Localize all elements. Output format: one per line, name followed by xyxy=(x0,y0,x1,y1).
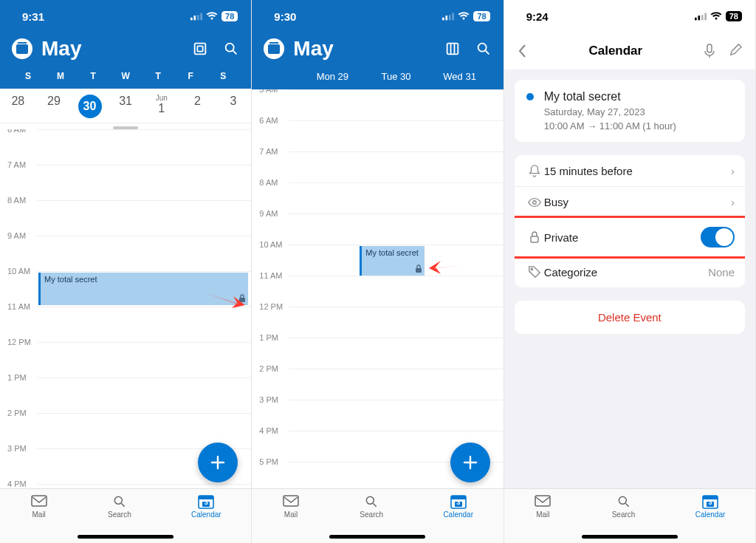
event-title: My total secret xyxy=(365,248,419,257)
hour-label: 5 PM xyxy=(252,457,289,488)
private-row[interactable]: Private xyxy=(515,216,745,259)
month-title[interactable]: May xyxy=(293,37,333,61)
signal-icon xyxy=(190,12,202,21)
status-label: Busy xyxy=(544,196,731,208)
lock-icon xyxy=(529,231,540,243)
chevron-right-icon: › xyxy=(731,165,735,177)
wifi-icon xyxy=(206,12,218,21)
search-icon xyxy=(112,494,127,509)
date-cell-selected[interactable]: 30 xyxy=(75,95,105,118)
delete-label: Delete Event xyxy=(598,311,662,324)
hour-label: 2 PM xyxy=(252,364,289,395)
date-cell[interactable]: 29 xyxy=(39,95,69,108)
nav-search[interactable]: Search xyxy=(360,494,383,519)
search-icon[interactable] xyxy=(223,41,239,57)
reminder-row[interactable]: 15 minutes before › xyxy=(515,155,745,187)
edit-icon[interactable] xyxy=(729,44,742,57)
hour-label: 4 PM xyxy=(252,426,289,457)
nav-label: Search xyxy=(360,510,383,519)
nav-search[interactable]: Search xyxy=(612,494,636,519)
hour-label: 12 PM xyxy=(0,338,37,373)
weekday: M xyxy=(46,71,75,81)
nav-label: Mail xyxy=(32,510,46,519)
event-title: My total secret xyxy=(544,90,621,103)
nav-mail[interactable]: Mail xyxy=(534,494,551,519)
hour-label: 3 PM xyxy=(0,444,37,479)
reminder-label: 15 minutes before xyxy=(544,165,731,177)
bottom-nav: Mail Search 3 Calendar xyxy=(252,488,503,543)
svg-rect-15 xyxy=(442,18,444,21)
hour-label: 8 AM xyxy=(252,178,289,209)
categorize-label: Categorize xyxy=(544,266,708,279)
delete-event-button[interactable]: Delete Event xyxy=(515,301,745,334)
date-cell[interactable]: 3 xyxy=(219,95,248,108)
home-indicator[interactable] xyxy=(582,535,678,539)
nav-mail[interactable]: Mail xyxy=(30,494,48,519)
nav-search[interactable]: Search xyxy=(108,494,131,519)
back-icon[interactable] xyxy=(518,44,528,58)
plus-icon xyxy=(461,454,479,471)
bottom-nav: Mail Search 3 Calendar xyxy=(0,488,251,543)
day-col[interactable]: Tue 30 xyxy=(364,71,427,82)
home-indicator[interactable] xyxy=(329,535,425,539)
calendar-color-dot xyxy=(526,93,534,100)
date-picker-row[interactable]: 28 29 30 31 Jun1 2 3 xyxy=(0,89,251,123)
event-time: 10:00 AM → 11:00 AM (1 hour) xyxy=(544,120,733,132)
svg-point-26 xyxy=(367,496,374,504)
categorize-row[interactable]: Categorize None xyxy=(515,256,745,287)
status-bar: 9:31 78 xyxy=(0,0,251,33)
3day-view-icon[interactable] xyxy=(444,41,461,57)
weekday: S xyxy=(208,71,238,81)
wifi-icon xyxy=(710,12,722,21)
search-icon xyxy=(364,494,379,509)
event-summary-card[interactable]: My total secret Saturday, May 27, 2023 1… xyxy=(515,80,745,142)
app-logo-icon[interactable] xyxy=(12,38,32,59)
svg-rect-39 xyxy=(535,496,550,506)
day-view-icon[interactable] xyxy=(192,41,208,57)
date-cell[interactable]: 2 xyxy=(182,95,212,108)
nav-label: Search xyxy=(612,510,636,519)
svg-point-36 xyxy=(532,200,536,204)
status-row[interactable]: Busy › xyxy=(515,187,745,218)
search-icon[interactable] xyxy=(475,41,492,57)
weekday: W xyxy=(111,71,140,81)
nav-mail[interactable]: Mail xyxy=(282,494,300,519)
month-title[interactable]: May xyxy=(41,37,81,61)
new-event-fab[interactable] xyxy=(450,443,490,482)
svg-rect-1 xyxy=(194,16,196,20)
app-logo-icon[interactable] xyxy=(264,38,284,59)
hour-label: 10 AM xyxy=(252,240,289,271)
hour-label: 12 PM xyxy=(252,302,289,333)
mail-icon xyxy=(283,495,299,508)
date-cell[interactable]: 28 xyxy=(3,95,32,108)
panel-3day-view: 9:30 78 May Mon 29 Tue 30 Wed 31 5 AM xyxy=(252,0,504,543)
date-cell[interactable]: 31 xyxy=(111,95,140,108)
nav-label: Mail xyxy=(284,510,298,519)
date-cell[interactable]: Jun1 xyxy=(147,95,176,115)
hour-label: 1 PM xyxy=(252,333,289,364)
day-col[interactable]: Mon 29 xyxy=(300,71,364,82)
status-time: 9:30 xyxy=(274,10,296,23)
battery-icon: 78 xyxy=(473,11,489,21)
new-event-fab[interactable] xyxy=(198,443,238,482)
nav-calendar[interactable]: 3 Calendar xyxy=(191,494,221,519)
event-title: My total secret xyxy=(44,275,97,284)
svg-rect-5 xyxy=(198,46,203,51)
svg-line-7 xyxy=(233,51,237,55)
mic-icon[interactable] xyxy=(704,44,715,58)
hour-label: 7 AM xyxy=(0,160,37,196)
private-toggle[interactable] xyxy=(701,227,735,247)
nav-calendar[interactable]: 3 Calendar xyxy=(695,494,726,519)
day-columns-header: Mon 29 Tue 30 Wed 31 xyxy=(264,71,491,82)
svg-rect-35 xyxy=(707,44,712,52)
nav-calendar[interactable]: 3 Calendar xyxy=(443,494,473,519)
home-indicator[interactable] xyxy=(78,535,173,539)
nav-label: Mail xyxy=(536,510,549,519)
event-block[interactable]: My total secret xyxy=(360,246,425,276)
day-col[interactable]: Wed 31 xyxy=(428,71,492,82)
signal-icon xyxy=(442,12,454,21)
detail-body: My total secret Saturday, May 27, 2023 1… xyxy=(504,69,755,543)
nav-label: Calendar xyxy=(443,510,473,519)
wifi-icon xyxy=(458,12,470,21)
svg-point-22 xyxy=(478,44,486,52)
